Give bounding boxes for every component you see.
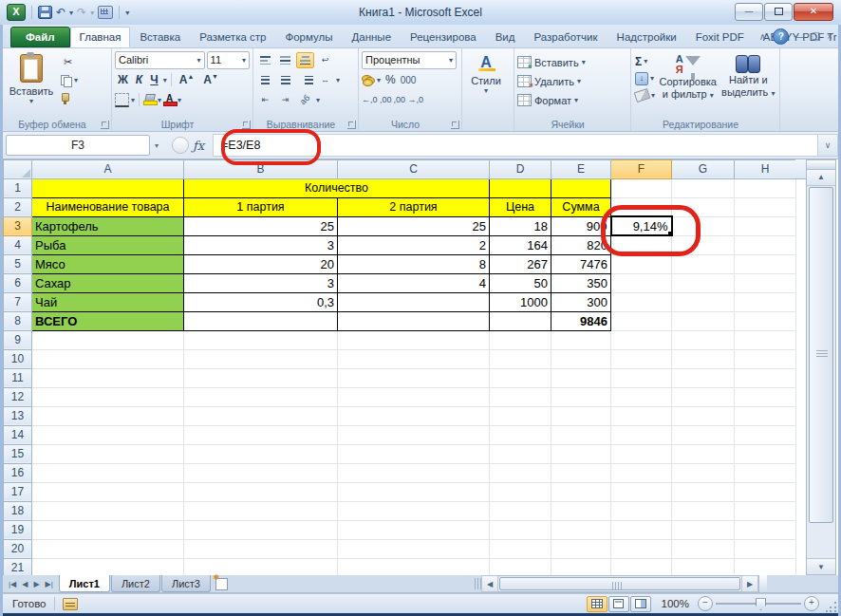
cell[interactable] [611,349,672,368]
cell[interactable] [338,558,490,575]
copy-button[interactable]: ▾ [59,73,80,88]
row-header-8[interactable]: 8 [4,311,32,330]
cell[interactable] [32,425,184,444]
cell[interactable] [611,235,672,254]
cell[interactable] [672,216,735,235]
cell[interactable] [611,311,672,330]
tab-addins[interactable]: Надстройки [607,27,686,47]
tab-split-handle[interactable] [475,578,481,589]
cell[interactable] [551,406,611,425]
cell[interactable] [551,368,611,387]
cell[interactable] [338,349,490,368]
cell[interactable]: 4 [338,273,490,292]
clear-button[interactable]: ▾ [634,88,656,103]
cell[interactable]: 1 партия [184,197,338,216]
cell[interactable] [32,406,184,425]
cell[interactable] [551,482,611,501]
paste-button[interactable]: Вставить ▾ [6,51,57,118]
tab-home[interactable]: Главная [70,27,131,47]
col-header-G[interactable]: G [672,159,735,178]
decrease-indent-button[interactable]: ⇤ [256,92,274,108]
cell[interactable] [32,463,184,482]
prev-sheet-icon[interactable]: ◀ [20,580,29,588]
cell[interactable] [32,368,184,387]
font-size-combo[interactable]: 11▾ [207,51,250,69]
cell[interactable] [735,444,796,463]
cell[interactable] [672,311,735,330]
col-header-B[interactable]: B [184,159,338,178]
cell[interactable]: Количество [184,178,490,197]
normal-view-button[interactable] [587,596,607,612]
comma-style-button[interactable]: 000 [401,75,417,85]
cell[interactable] [672,349,735,368]
cell[interactable] [184,444,338,463]
first-sheet-icon[interactable]: |◀ [7,580,18,588]
cell[interactable] [184,425,338,444]
workbook-close-icon[interactable]: × [827,31,832,42]
cell[interactable]: Сахар [32,273,184,292]
cell[interactable]: 267 [490,254,551,273]
cell[interactable]: 18 [490,216,551,235]
row-header-16[interactable]: 16 [4,463,32,482]
cell[interactable]: Чай [32,292,184,311]
cell[interactable]: Картофель [32,216,184,235]
cell[interactable] [184,406,338,425]
cell[interactable]: ВСЕГО [32,311,184,330]
row-header-2[interactable]: 2 [4,197,32,216]
hscroll-left-icon[interactable]: ◀ [481,575,498,592]
cell[interactable] [551,463,611,482]
cell[interactable] [32,349,184,368]
scroll-down-icon[interactable]: ▼ [807,558,835,574]
cell[interactable] [735,311,796,330]
cell[interactable]: 20 [184,254,338,273]
cell[interactable] [672,539,735,558]
cell[interactable] [735,273,796,292]
font-name-combo[interactable]: Calibri▾ [115,51,205,69]
increase-indent-button[interactable]: ⇥ [276,92,294,108]
cell[interactable] [184,558,338,575]
tab-insert[interactable]: Вставка [130,27,190,47]
cell[interactable] [490,501,551,520]
orientation-button[interactable]: аб [296,92,314,108]
col-header-F[interactable]: F [611,159,672,178]
percent-style-button[interactable]: % [383,73,399,86]
horizontal-scrollbar[interactable] [498,575,741,592]
cell[interactable] [32,330,184,349]
cell[interactable] [672,482,735,501]
cell[interactable] [611,444,672,463]
delete-cells-button[interactable]: × Удалить▾ [517,73,627,90]
tab-page-layout[interactable]: Разметка стр [190,27,275,47]
cell[interactable]: Рыба [32,235,184,254]
next-sheet-icon[interactable]: ▶ [31,580,41,588]
borders-icon[interactable] [115,93,129,107]
cell[interactable] [184,539,338,558]
row-header-15[interactable]: 15 [4,444,32,463]
cell[interactable] [611,387,672,406]
cell[interactable]: Наименование товара [32,197,184,216]
cell[interactable] [338,501,490,520]
align-left-button[interactable] [256,72,274,88]
cell[interactable] [338,311,490,330]
expand-formula-bar-icon[interactable]: ∨ [817,134,838,157]
horizontal-scroll-thumb[interactable] [499,577,740,590]
grow-font-button[interactable]: А▲ [176,73,198,86]
cell[interactable] [490,558,551,575]
row-header-11[interactable]: 11 [4,368,32,387]
row-header-10[interactable]: 10 [4,349,32,368]
row-header-14[interactable]: 14 [4,425,32,444]
align-center-button[interactable] [276,72,294,88]
cell[interactable] [32,178,184,197]
row-header-1[interactable]: 1 [4,178,32,197]
row-header-6[interactable]: 6 [4,273,32,292]
cell[interactable] [551,539,611,558]
cell[interactable]: Мясо [32,254,184,273]
tab-data[interactable]: Данные [342,27,401,47]
cell[interactable]: 350 [551,273,611,292]
align-top-button[interactable] [256,52,274,68]
cell[interactable] [735,482,796,501]
number-dialog-launcher[interactable] [451,121,459,129]
scroll-up-icon[interactable]: ▲ [807,170,835,186]
cell[interactable] [551,387,611,406]
cell[interactable] [672,425,735,444]
cell[interactable]: 3 [184,273,338,292]
